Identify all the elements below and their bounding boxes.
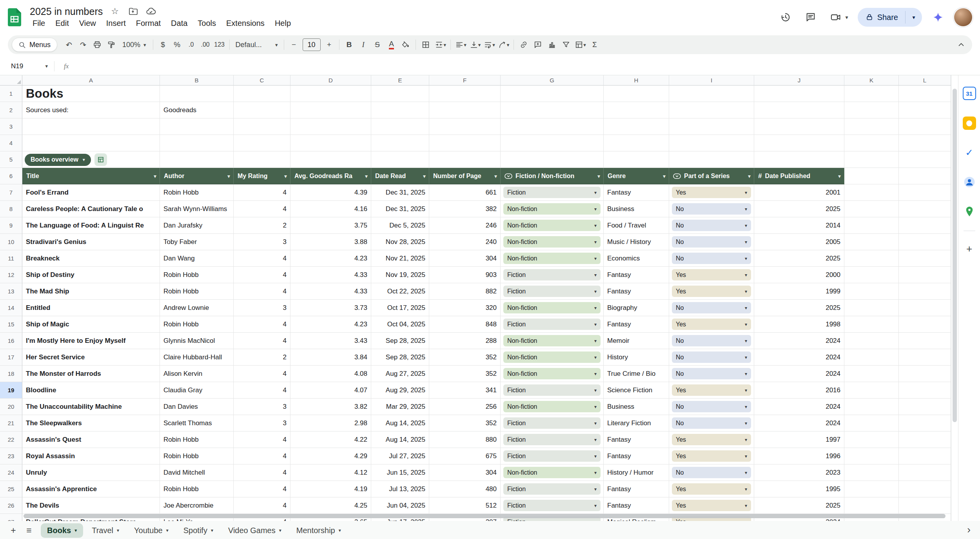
cell-K24[interactable] — [844, 464, 899, 481]
cell-H1[interactable] — [604, 86, 669, 102]
cell-J14[interactable]: 2025 — [754, 300, 844, 316]
cell-J11[interactable]: 2025 — [754, 250, 844, 267]
cell-J9[interactable]: 2014 — [754, 217, 844, 234]
decrease-font-size-button[interactable]: − — [287, 38, 301, 52]
cell-I5[interactable] — [669, 151, 754, 168]
cell-G18[interactable]: Non-fiction▾ — [501, 366, 604, 382]
cell-K14[interactable] — [844, 300, 899, 316]
cell-K15[interactable] — [844, 316, 899, 333]
series-dropdown[interactable]: No▾ — [672, 335, 751, 346]
cell-G1[interactable] — [501, 86, 604, 102]
cell-L15[interactable] — [899, 316, 951, 333]
cell-A11[interactable]: Breakneck — [22, 250, 160, 267]
cell-A21[interactable]: The Sleepwalkers — [22, 415, 160, 432]
cell-C9[interactable]: 2 — [234, 217, 290, 234]
cell-C6[interactable]: My Rating▾ — [234, 168, 290, 184]
cell-G8[interactable]: Non-fiction▾ — [501, 201, 604, 217]
cell-L26[interactable] — [899, 497, 951, 514]
fiction-dropdown[interactable]: Non-fiction▾ — [503, 368, 601, 379]
column-menu-chevron-icon[interactable]: ▾ — [154, 173, 156, 179]
cell-I18[interactable]: No▾ — [669, 366, 754, 382]
select-all-corner[interactable] — [0, 75, 22, 86]
insert-comment-button[interactable] — [531, 38, 545, 52]
cell-J26[interactable]: 2025 — [754, 497, 844, 514]
cell-L1[interactable] — [899, 86, 951, 102]
fiction-dropdown[interactable]: Fiction▾ — [503, 187, 601, 198]
cell-C23[interactable]: 4 — [234, 448, 290, 464]
cell-L22[interactable] — [899, 432, 951, 448]
tasks-icon[interactable]: ✓ — [963, 146, 976, 159]
cell-B8[interactable]: Sarah Wynn-Williams — [160, 201, 234, 217]
series-dropdown[interactable]: Yes▾ — [672, 269, 751, 280]
chevron-right-icon[interactable]: › — [967, 524, 975, 537]
cell-F13[interactable]: 882 — [429, 283, 501, 300]
cell-C3[interactable] — [234, 118, 290, 135]
cell-C1[interactable] — [234, 86, 290, 102]
maps-icon[interactable] — [962, 205, 976, 219]
more-formats-button[interactable]: 123 — [212, 38, 227, 52]
cell-E16[interactable]: Sep 28, 2025 — [371, 333, 429, 349]
cell-H22[interactable]: Fantasy — [604, 432, 669, 448]
cell-C20[interactable]: 3 — [234, 399, 290, 415]
series-dropdown[interactable]: No▾ — [672, 368, 751, 379]
row-header-12[interactable]: 12 — [0, 267, 22, 283]
fiction-dropdown[interactable]: Fiction▾ — [503, 500, 601, 511]
cell-G26[interactable]: Fiction▾ — [501, 497, 604, 514]
cell-J10[interactable]: 2005 — [754, 234, 844, 250]
cell-F10[interactable]: 240 — [429, 234, 501, 250]
cell-K26[interactable] — [844, 497, 899, 514]
cell-D21[interactable]: 2.98 — [290, 415, 371, 432]
row-header-21[interactable]: 21 — [0, 415, 22, 432]
vertical-scrollbar-track[interactable] — [951, 75, 958, 521]
series-dropdown[interactable]: No▾ — [672, 351, 751, 363]
keep-icon[interactable] — [962, 116, 976, 130]
cell-F1[interactable] — [429, 86, 501, 102]
cell-E5[interactable] — [371, 151, 429, 168]
cell-J2[interactable] — [754, 102, 844, 118]
row-header-27[interactable]: 27 — [0, 514, 22, 521]
cloud-status-icon[interactable] — [145, 5, 157, 17]
menu-insert[interactable]: Insert — [101, 18, 131, 29]
cell-E18[interactable]: Aug 27, 2025 — [371, 366, 429, 382]
series-dropdown[interactable]: Yes▾ — [672, 187, 751, 198]
cell-G17[interactable]: Non-fiction▾ — [501, 349, 604, 366]
series-dropdown[interactable]: No▾ — [672, 401, 751, 412]
cell-A13[interactable]: The Mad Ship — [22, 283, 160, 300]
cell-I22[interactable]: Yes▾ — [669, 432, 754, 448]
cell-E9[interactable]: Dec 5, 2025 — [371, 217, 429, 234]
sheet-tab-spotify[interactable]: Spotify▾ — [177, 523, 220, 538]
cell-L17[interactable] — [899, 349, 951, 366]
cell-K6[interactable] — [844, 168, 899, 184]
cell-D4[interactable] — [290, 135, 371, 151]
contacts-icon[interactable] — [962, 175, 976, 189]
cell-C7[interactable]: 4 — [234, 184, 290, 201]
cell-D7[interactable]: 4.39 — [290, 184, 371, 201]
cell-A12[interactable]: Ship of Destiny — [22, 267, 160, 283]
row-header-15[interactable]: 15 — [0, 316, 22, 333]
cell-E6[interactable]: Date Read▾ — [371, 168, 429, 184]
cell-H2[interactable] — [604, 102, 669, 118]
cell-B15[interactable]: Robin Hobb — [160, 316, 234, 333]
cell-H21[interactable]: Literary Fiction — [604, 415, 669, 432]
cell-F25[interactable]: 480 — [429, 481, 501, 497]
cell-L6[interactable] — [899, 168, 951, 184]
currency-format-button[interactable]: $ — [156, 38, 170, 52]
cell-D22[interactable]: 4.22 — [290, 432, 371, 448]
row-header-9[interactable]: 9 — [0, 217, 22, 234]
series-dropdown[interactable]: No▾ — [672, 220, 751, 231]
cell-H11[interactable]: Economics — [604, 250, 669, 267]
cell-I24[interactable]: No▾ — [669, 464, 754, 481]
cell-B14[interactable]: Andrew Lownie — [160, 300, 234, 316]
series-dropdown[interactable]: No▾ — [672, 302, 751, 313]
cell-H25[interactable]: Fantasy — [604, 481, 669, 497]
cell-D19[interactable]: 4.07 — [290, 382, 371, 399]
cell-F16[interactable]: 288 — [429, 333, 501, 349]
cell-J23[interactable]: 1996 — [754, 448, 844, 464]
cell-G21[interactable]: Fiction▾ — [501, 415, 604, 432]
cell-K12[interactable] — [844, 267, 899, 283]
row-header-5[interactable]: 5 — [0, 151, 22, 168]
cell-G9[interactable]: Non-fiction▾ — [501, 217, 604, 234]
cell-I17[interactable]: No▾ — [669, 349, 754, 366]
cell-C5[interactable] — [234, 151, 290, 168]
cell-H4[interactable] — [604, 135, 669, 151]
